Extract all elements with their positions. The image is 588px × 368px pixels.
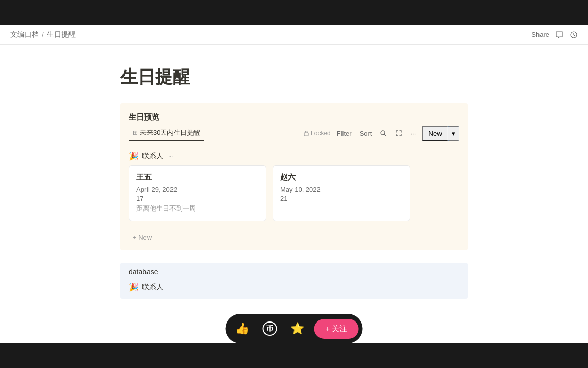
group-name: 联系人 (142, 152, 163, 161)
new-button-main[interactable]: New (422, 126, 448, 141)
group-header: 🎉 联系人 ··· (120, 145, 468, 165)
lock-icon (303, 130, 309, 136)
database-section-title: database (129, 268, 459, 276)
card-date-2: May 10, 2022 (280, 186, 403, 193)
comment-button[interactable] (555, 31, 564, 39)
sort-button[interactable]: Sort (358, 129, 374, 139)
comment-icon (555, 31, 564, 39)
svg-rect-1 (304, 133, 308, 136)
page-title: 生日提醒 (120, 65, 468, 89)
star-button[interactable]: ⭐ (285, 316, 310, 319)
card-note: 距离他生日不到一周 (136, 204, 259, 213)
database-item-emoji: 🎉 (129, 282, 139, 292)
card-wangwu[interactable]: ··· 王五 April 29, 2022 17 距离他生日不到一周 (129, 165, 266, 221)
bottom-action-bar: 👍 币 ⭐ + 关注 (226, 314, 363, 319)
card-name: 王五 (136, 173, 259, 182)
page-header: 文编口档 / 生日提醒 Share (0, 25, 588, 45)
group-more-button[interactable]: ··· (168, 153, 174, 160)
cards-grid: ··· 王五 April 29, 2022 17 距离他生日不到一周 ··· 赵… (120, 165, 468, 227)
birthday-section: 生日预览 ⊞ 未来30天内生日提醒 Locked Filter Sort (120, 103, 468, 250)
new-button-dropdown[interactable]: ▾ (448, 126, 459, 141)
history-icon (570, 31, 578, 39)
card-age: 17 (136, 195, 259, 202)
database-item-label: 联系人 (142, 283, 163, 292)
search-icon (380, 130, 387, 137)
card-zhaoliu[interactable]: ··· 赵六 May 10, 2022 21 (273, 165, 410, 221)
database-item[interactable]: 🎉 联系人 (129, 280, 459, 294)
share-button[interactable]: Share (531, 31, 549, 38)
history-button[interactable] (570, 31, 578, 39)
breadcrumb-item-2[interactable]: 生日提醒 (47, 30, 76, 39)
breadcrumb: 文编口档 / 生日提醒 (10, 30, 76, 39)
locked-badge: Locked (303, 130, 331, 137)
toolbar-right: Locked Filter Sort ··· New (303, 126, 459, 141)
expand-icon (395, 130, 402, 137)
table-icon: ⊞ (133, 129, 138, 136)
tab-birthday-filter[interactable]: ⊞ 未来30天内生日提醒 (129, 126, 204, 141)
breadcrumb-item-1[interactable]: 文编口档 (10, 30, 39, 39)
new-button-group: New ▾ (422, 126, 459, 141)
expand-button[interactable] (393, 129, 404, 138)
header-actions: Share (531, 31, 578, 39)
search-button[interactable] (378, 129, 389, 138)
card-name-2: 赵六 (280, 173, 403, 182)
group-emoji: 🎉 (129, 151, 139, 161)
section-toolbar: ⊞ 未来30天内生日提醒 Locked Filter Sort (120, 126, 468, 145)
more-button[interactable]: ··· (408, 129, 418, 139)
main-content: 生日提醒 生日预览 ⊞ 未来30天内生日提醒 Locked Filter Sor… (49, 45, 539, 319)
follow-button[interactable]: + 关注 (314, 319, 359, 320)
tab-label: 未来30天内生日提醒 (140, 128, 200, 137)
database-section: database 🎉 联系人 (120, 263, 468, 299)
like-button[interactable]: 👍 (230, 316, 255, 319)
coin-button[interactable]: 币 (257, 316, 283, 319)
add-new-row: + New (120, 227, 468, 250)
add-new-button[interactable]: + New (129, 232, 156, 243)
card-age-2: 21 (280, 195, 403, 202)
card-date: April 29, 2022 (136, 186, 259, 193)
section-header: 生日预览 (120, 109, 468, 126)
breadcrumb-separator: / (42, 31, 44, 39)
top-black-bar (0, 0, 588, 25)
filter-button[interactable]: Filter (335, 129, 354, 139)
